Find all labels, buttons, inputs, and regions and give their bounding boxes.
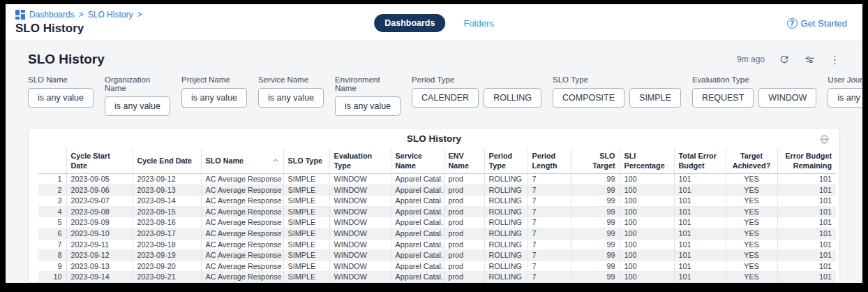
table-cell: SIMPLE xyxy=(283,184,329,196)
top-bar: Dashboards > SLO History > SLO History D… xyxy=(6,4,862,41)
column-header[interactable]: SLO Name xyxy=(201,148,283,174)
dashboard-content: SLO History 9m ago ⋮ SLO Nameis any valu… xyxy=(6,41,862,283)
table-cell: 100 xyxy=(620,272,674,283)
table-cell: AC Average Response Time xyxy=(201,239,283,250)
column-header[interactable]: SLO Target xyxy=(571,148,620,174)
table-cell: WINDOW xyxy=(329,184,391,196)
table-row[interactable]: 92023-09-132023-09-20AC Average Response… xyxy=(38,261,836,272)
column-header[interactable]: Period Type xyxy=(484,148,527,174)
table-cell: 99 xyxy=(571,217,620,228)
filter-buttons: is any value xyxy=(828,88,862,108)
column-header[interactable]: Total Error Budget xyxy=(674,148,726,174)
table-row[interactable]: 52023-09-092023-09-16AC Average Response… xyxy=(38,217,836,228)
column-header[interactable]: Cycle Start Date xyxy=(66,148,133,174)
table-row[interactable]: 22023-09-062023-09-13AC Average Response… xyxy=(38,184,836,196)
table-cell: 100 xyxy=(620,174,674,185)
breadcrumb-link-slo-history[interactable]: SLO History xyxy=(88,10,133,20)
table-row[interactable]: 72023-09-112023-09-18AC Average Response… xyxy=(38,239,836,250)
tab-dashboards[interactable]: Dashboards xyxy=(374,14,445,32)
filter-value-button[interactable]: ROLLING xyxy=(484,88,541,108)
filter-label: Project Name xyxy=(181,75,247,84)
column-header[interactable]: Service Name xyxy=(391,148,444,174)
slo-history-table: Cycle Start DateCycle End DateSLO NameSL… xyxy=(38,148,836,283)
table-cell: 99 xyxy=(571,206,620,217)
column-header[interactable]: Period Length xyxy=(527,148,571,174)
table-cell: AC Average Response Time xyxy=(201,184,283,196)
table-cell: 7 xyxy=(527,272,571,283)
filter-icon[interactable] xyxy=(804,54,816,66)
filter-value-button[interactable]: CALENDER xyxy=(412,88,479,108)
slo-history-tile: SLO History Cycle Start DateCycle End Da… xyxy=(28,128,840,283)
filter-value-button[interactable]: is any value xyxy=(181,88,247,108)
breadcrumb-link-dashboards[interactable]: Dashboards xyxy=(29,10,75,20)
column-header[interactable]: Target Achieved? xyxy=(726,148,777,174)
filter-label: User Journey xyxy=(828,75,862,84)
filter-group: Project Nameis any value xyxy=(181,75,247,116)
table-cell: 7 xyxy=(527,261,571,272)
filter-value-button[interactable]: WINDOW xyxy=(758,88,816,108)
column-header[interactable]: SLO Type xyxy=(283,148,329,174)
filter-value-button[interactable]: is any value xyxy=(335,96,401,116)
refresh-icon[interactable] xyxy=(779,54,790,65)
table-cell: WINDOW xyxy=(329,272,391,283)
table-row[interactable]: 102023-09-142023-09-21AC Average Respons… xyxy=(38,272,836,283)
table-row[interactable]: 82023-09-122023-09-19AC Average Response… xyxy=(38,250,836,261)
column-header[interactable]: Error Budget Remaining xyxy=(777,148,836,174)
table-cell: 100 xyxy=(620,250,674,261)
table-cell: YES xyxy=(726,217,777,228)
table-cell: Apparel Catal... xyxy=(391,250,444,261)
filter-buttons: COMPOSITESIMPLE xyxy=(553,88,681,108)
table-cell: ROLLING xyxy=(484,217,527,228)
kebab-menu-icon[interactable]: ⋮ xyxy=(830,54,840,65)
dashboard-controls: 9m ago ⋮ xyxy=(737,54,840,66)
tab-folders[interactable]: Folders xyxy=(463,18,493,29)
row-index-cell: 6 xyxy=(38,228,66,239)
table-cell: 2023-09-14 xyxy=(133,196,201,207)
filter-group: SLO Nameis any value xyxy=(28,75,93,116)
table-cell: Apparel Catal... xyxy=(391,206,444,217)
table-row[interactable]: 62023-09-102023-09-17AC Average Response… xyxy=(38,228,836,239)
table-cell: 101 xyxy=(674,196,726,207)
filter-group: Organization Nameis any value xyxy=(105,75,170,116)
table-cell: ROLLING xyxy=(484,261,527,272)
column-header[interactable]: Cycle End Date xyxy=(133,148,201,174)
filter-value-button[interactable]: is any value xyxy=(258,88,324,108)
table-cell: prod xyxy=(444,272,484,283)
table-cell: 2023-09-09 xyxy=(66,217,133,228)
filter-value-button[interactable]: COMPOSITE xyxy=(553,88,624,108)
filter-value-button[interactable]: is any value xyxy=(828,88,862,108)
dashboard-title: SLO History xyxy=(28,52,105,67)
table-header: Cycle Start DateCycle End DateSLO NameSL… xyxy=(38,148,836,174)
filter-value-button[interactable]: REQUEST xyxy=(692,88,754,108)
globe-icon[interactable] xyxy=(819,134,830,145)
column-header-content: SLO Name xyxy=(206,156,279,166)
table-cell: YES xyxy=(726,239,777,250)
filter-group: Environment Nameis any value xyxy=(335,75,401,116)
table-cell: WINDOW xyxy=(329,239,391,250)
table-cell: 101 xyxy=(674,174,726,185)
filter-value-button[interactable]: SIMPLE xyxy=(629,88,681,108)
filter-value-button[interactable]: is any value xyxy=(105,96,170,116)
get-started-label: Get Started xyxy=(801,18,847,29)
table-cell: 2023-09-06 xyxy=(66,184,133,196)
table-row[interactable]: 32023-09-072023-09-14AC Average Response… xyxy=(38,196,836,207)
breadcrumb-separator: > xyxy=(79,10,84,20)
column-header[interactable]: ENV Name xyxy=(444,148,484,174)
get-started-button[interactable]: ? Get Started xyxy=(787,18,847,29)
filter-value-button[interactable]: is any value xyxy=(28,88,93,108)
row-index-cell: 7 xyxy=(38,239,66,250)
column-header[interactable] xyxy=(38,148,66,174)
table-cell: 7 xyxy=(527,239,571,250)
app-window: Dashboards > SLO History > SLO History D… xyxy=(6,4,862,283)
table-cell: 99 xyxy=(571,250,620,261)
table-cell: 101 xyxy=(777,228,836,239)
table-cell: SIMPLE xyxy=(283,228,329,239)
table-cell: AC Average Response Time xyxy=(201,196,283,207)
table-cell: prod xyxy=(444,228,484,239)
column-header[interactable]: Evaluation Type xyxy=(329,148,391,174)
table-row[interactable]: 12023-09-052023-09-12AC Average Response… xyxy=(38,174,836,185)
table-cell: 99 xyxy=(571,261,620,272)
table-cell: 101 xyxy=(777,174,836,185)
column-header[interactable]: SLI Percentage xyxy=(620,148,674,174)
table-row[interactable]: 42023-09-082023-09-15AC Average Response… xyxy=(38,206,836,217)
